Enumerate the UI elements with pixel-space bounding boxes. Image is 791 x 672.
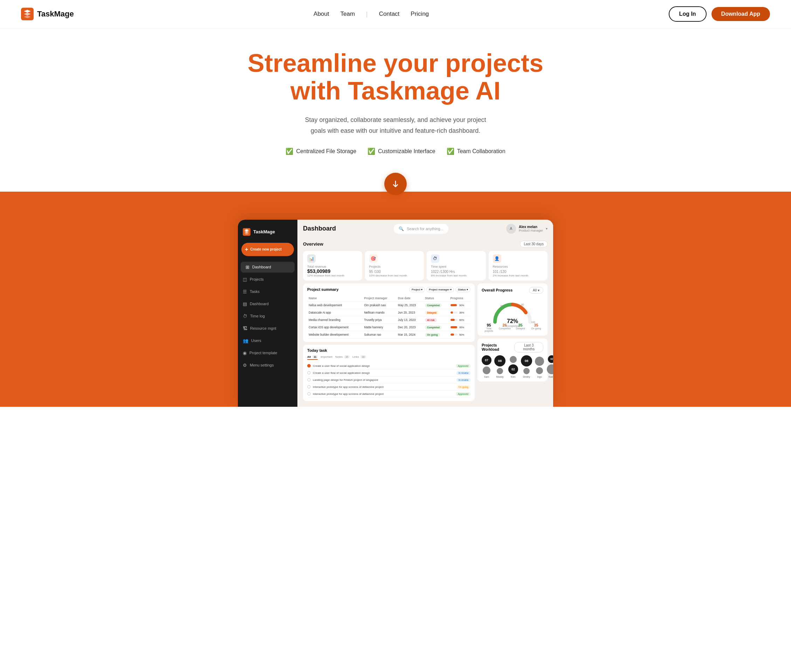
resource-icon: 🏗	[243, 326, 247, 331]
user-name: Alex melan	[519, 225, 543, 229]
nav-contact[interactable]: Contact	[379, 11, 400, 18]
wl-period[interactable]: Last 3 months	[514, 342, 543, 352]
projects-icon: ◫	[243, 277, 247, 282]
settings-icon: ⚙	[243, 363, 247, 368]
svg-text:100: 100	[531, 321, 535, 323]
period-button[interactable]: Last 30 days	[520, 241, 548, 247]
list-item: Interactive prototype for app screens of…	[307, 390, 470, 398]
feature-3: ✅ Team Collaboration	[447, 147, 505, 155]
search-bar[interactable]: 🔍 Search for anything...	[394, 224, 448, 234]
nav-pricing[interactable]: Pricing	[411, 11, 429, 18]
wl-person-name: Maddy	[496, 376, 503, 378]
right-col: Overall Progress All ▾	[478, 283, 548, 401]
cell-status: At risk	[423, 316, 449, 323]
wl-bubble	[483, 366, 491, 374]
wl-bubble	[510, 356, 517, 363]
bottom-columns: Project summary Project ▾ Project manage…	[297, 283, 553, 407]
filter-project[interactable]: Project ▾	[409, 287, 425, 292]
ongoing-label: On going	[529, 327, 543, 330]
cell-progress: 90%	[449, 301, 470, 309]
wl-col: 08Maddy	[494, 355, 505, 378]
sidebar-item-resources[interactable]: 🏗 Resource mgnt	[238, 323, 297, 334]
cell-name: Datascale Ai app	[307, 309, 363, 316]
gauge-sub: Completed	[490, 325, 535, 328]
dashboard-icon: ⊞	[246, 264, 249, 270]
task-status: In review	[457, 378, 470, 382]
left-col: Project summary Project ▾ Project manage…	[303, 283, 475, 401]
cell-manager: Truvelly priya	[363, 316, 396, 323]
task-dot	[307, 364, 311, 368]
stat-value-resources: 101 /120	[493, 268, 544, 274]
table-row: Media channel branding Truvelly priya Ju…	[307, 316, 470, 323]
filter-status[interactable]: Status ▾	[455, 287, 470, 292]
sidebar-item-users[interactable]: 👥 Users	[238, 335, 297, 346]
plus-icon: +	[245, 246, 248, 253]
overall-progress: Overall Progress All ▾	[478, 283, 548, 336]
filter-manager[interactable]: Project manager ▾	[426, 287, 454, 292]
logo-icon	[21, 8, 34, 20]
feature-2: ✅ Customizable Interface	[368, 147, 435, 155]
logo-text: TaskMage	[37, 10, 74, 19]
check-icon-2: ✅	[368, 147, 375, 155]
cell-due: Jun 20, 2023	[396, 309, 423, 316]
wl-col: 08Dmitry	[521, 355, 532, 378]
sidebar-item-menu-settings[interactable]: ⚙ Menu settings	[238, 360, 297, 371]
cell-due: Dec 20, 2023	[396, 323, 423, 331]
scroll-btn-container	[7, 173, 784, 195]
cell-manager: Matte hannery	[363, 323, 396, 331]
login-button[interactable]: Log In	[669, 6, 706, 22]
hero-features: ✅ Centralized File Storage ✅ Customizabl…	[7, 147, 784, 155]
time-stat-icon: ⏱	[431, 254, 439, 263]
cell-progress: 60%	[449, 316, 470, 323]
col-progress: Progress	[449, 295, 470, 302]
cell-name: Media channel branding	[307, 316, 363, 323]
tab-all[interactable]: All 11	[307, 355, 318, 360]
sidebar-logo-text: TaskMage	[253, 229, 275, 234]
stat-time: ⏱ Time spent 1022 /1300 Hrs 8% increase …	[427, 251, 486, 281]
scroll-down-button[interactable]	[384, 173, 407, 195]
wl-bubbles: 07Sam08Maddy02Ken08DmitryIngo02Kadin04Ma…	[482, 355, 543, 378]
nav-about[interactable]: About	[313, 11, 329, 18]
cell-manager: Sukumar rao	[363, 331, 396, 338]
nav-team[interactable]: Team	[340, 11, 355, 18]
sidebar-item-projects[interactable]: ◫ Projects	[238, 274, 297, 285]
gauge-container: 0 38 80 100 72% Completed	[490, 296, 535, 320]
ps-title: Project summary	[307, 287, 339, 291]
download-button[interactable]: Download App	[711, 7, 770, 21]
tab-notes[interactable]: Notes 15	[335, 355, 350, 360]
create-new-button[interactable]: + Create new project	[241, 243, 294, 256]
table-row: Nelsa web developement Om prakash sao Ma…	[307, 301, 470, 309]
sidebar-item-dashboard[interactable]: ⊞ Dashboard	[241, 262, 295, 273]
wl-bubble	[547, 364, 553, 374]
chevron-icon: ▾	[546, 227, 548, 230]
navbar: TaskMage About Team | Contact Pricing Lo…	[0, 0, 791, 28]
cell-status: On going	[423, 331, 449, 338]
op-filter[interactable]: All ▾	[529, 287, 543, 294]
tab-important[interactable]: Important	[321, 355, 332, 360]
col-status: Status	[423, 295, 449, 302]
wl-bubble: 02	[508, 364, 518, 374]
task-text: Interactive prototype for app screens of…	[313, 386, 454, 389]
tab-links[interactable]: Links 10	[352, 355, 366, 360]
wl-bubble	[497, 368, 503, 374]
sidebar-item-dashboard2[interactable]: ▤ Dashboard	[238, 299, 297, 309]
cell-manager: Nellisan mando	[363, 309, 396, 316]
total-label: Total projects	[482, 327, 496, 332]
wl-bubble: 08	[521, 355, 532, 366]
stat-label-revenue: Total revenue	[307, 265, 358, 268]
clock-icon: ⏱	[243, 314, 247, 319]
logo[interactable]: TaskMage	[21, 8, 74, 20]
list-item: Interactive prototype for app screens of…	[307, 384, 470, 390]
sidebar-item-tasks[interactable]: ☰ Tasks	[238, 286, 297, 297]
template-icon: ◉	[243, 350, 247, 356]
list-item: Create a user flow of social application…	[307, 370, 470, 377]
sidebar-item-project-template[interactable]: ◉ Project template	[238, 347, 297, 358]
wl-bubble: 07	[482, 355, 492, 365]
check-icon-3: ✅	[447, 147, 454, 155]
tt-title: Today task	[307, 348, 327, 352]
cell-status: Delayed	[423, 309, 449, 316]
cell-name: Website builder developement	[307, 331, 363, 338]
sidebar-item-timelog[interactable]: ⏱ Time log	[238, 311, 297, 322]
task-dot	[307, 378, 311, 382]
overview-title: Overview	[303, 242, 323, 246]
